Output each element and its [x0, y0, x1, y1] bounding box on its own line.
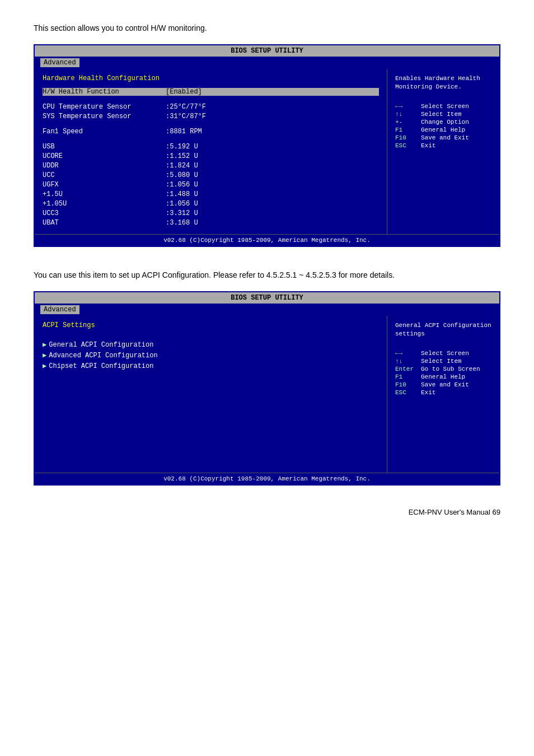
bios-body-1: Hardware Health Configuration H/W Health… [35, 69, 499, 234]
arrow-icon: ▶ [43, 362, 46, 370]
table-row: CPU Temperature Sensor :25°C/77°F [43, 103, 379, 111]
table-row: Fan1 Speed :8881 RPM [43, 128, 379, 136]
key-row: Enter Go to Sub Screen [395, 366, 491, 372]
key-row: ↑↓ Select Item [395, 358, 491, 365]
bios-nav-1: Advanced [35, 57, 499, 69]
key-row: F10 Save and Exit [395, 134, 491, 141]
key-row: ESC Exit [395, 389, 491, 396]
key-row: F1 General Help [395, 374, 491, 380]
bios-right-panel-2: General ACPI Configuration settings ←→ S… [387, 316, 499, 473]
table-row: UCC :5.080 U [43, 171, 379, 179]
bios-highlighted-row-1: H/W Health Function [Enabled] [43, 88, 379, 96]
intro-text-1: This section allows you to control H/W m… [34, 22, 500, 34]
table-row: UCC3 :3.312 U [43, 209, 379, 217]
intro-text-2: You can use this item to set up ACPI Con… [34, 269, 500, 281]
bios-section-header-2: ACPI Settings [43, 321, 379, 329]
table-row: SYS Temperature Sensor :31°C/87°F [43, 113, 379, 120]
key-row: +- Change Option [395, 119, 491, 125]
key-row: ↑↓ Select Item [395, 111, 491, 118]
bios-screenshot-1: BIOS SETUP UTILITY Advanced Hardware Hea… [34, 44, 500, 247]
bios-footer-1: v02.68 (C)Copyright 1985-2009, American … [35, 234, 499, 246]
table-row: UDDR :1.824 U [43, 162, 379, 170]
table-row: UGFX :1.056 U [43, 181, 379, 189]
bios-help-text-2: General ACPI Configuration settings [395, 321, 491, 339]
list-item: ▶ Chipset ACPI Configuration [43, 362, 379, 370]
bios-title-2: BIOS SETUP UTILITY [35, 292, 499, 304]
bios-screenshot-2: BIOS SETUP UTILITY Advanced ACPI Setting… [34, 291, 500, 486]
key-row: F10 Save and Exit [395, 381, 491, 388]
bios-title-1: BIOS SETUP UTILITY [35, 45, 499, 57]
bios-left-panel-2: ACPI Settings ▶ General ACPI Configurati… [35, 316, 387, 473]
key-row: ←→ Select Screen [395, 103, 491, 110]
bios-right-panel-1: Enables Hardware Health Monitoring Devic… [387, 69, 499, 234]
table-row: +1.05U :1.056 U [43, 200, 379, 208]
table-row: UCORE :1.152 U [43, 152, 379, 160]
bios-help-text-1: Enables Hardware Health Monitoring Devic… [395, 74, 491, 92]
bios-keys-1: ←→ Select Screen ↑↓ Select Item +- Chang… [395, 103, 491, 149]
bios-footer-2: v02.68 (C)Copyright 1985-2009, American … [35, 473, 499, 484]
enter-key-label: Enter [395, 366, 418, 372]
bios-section-header-1: Hardware Health Configuration [43, 74, 379, 82]
bios-left-panel-1: Hardware Health Configuration H/W Health… [35, 69, 387, 234]
table-row: +1.5U :1.488 U [43, 190, 379, 198]
key-row: ←→ Select Screen [395, 350, 491, 357]
list-item: ▶ General ACPI Configuration [43, 340, 379, 349]
bios-keys-2: ←→ Select Screen ↑↓ Select Item Enter Go… [395, 350, 491, 396]
bios-nav-tab-1: Advanced [40, 58, 79, 67]
table-row: USB :5.192 U [43, 143, 379, 151]
bios-body-2: ACPI Settings ▶ General ACPI Configurati… [35, 316, 499, 473]
table-row: UBAT :3.168 U [43, 219, 379, 227]
bios-highlighted-value-1: [Enabled] [166, 88, 202, 96]
key-row: F1 General Help [395, 127, 491, 133]
page-footer: ECM-PNV User's Manual 69 [34, 508, 500, 516]
bios-highlighted-label-1: H/W Health Function [43, 88, 166, 96]
bios-nav-tab-2: Advanced [40, 305, 79, 314]
list-item: ▶ Advanced ACPI Configuration [43, 351, 379, 360]
arrow-icon: ▶ [43, 351, 46, 360]
arrow-icon: ▶ [43, 340, 46, 349]
key-row: ESC Exit [395, 142, 491, 149]
bios-nav-2: Advanced [35, 304, 499, 316]
